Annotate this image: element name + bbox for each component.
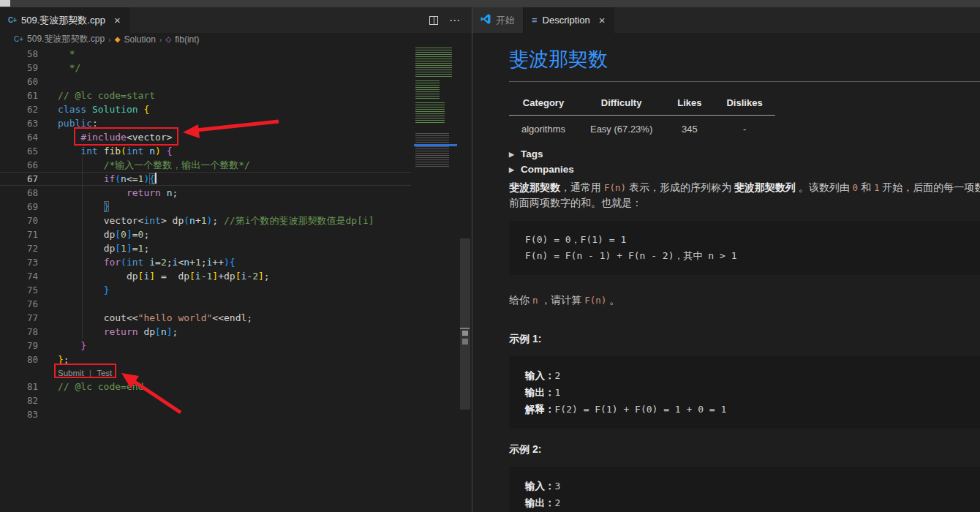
- close-icon[interactable]: ×: [599, 14, 606, 26]
- code-line-68[interactable]: 68 return n;: [0, 186, 411, 200]
- tab-label: 开始: [496, 14, 515, 27]
- collapsible-companies[interactable]: ▶Companies: [509, 164, 980, 175]
- code-line-75[interactable]: 75 }: [0, 283, 411, 297]
- code-line-58[interactable]: 58 *: [0, 47, 411, 61]
- breadcrumb-label: 509.斐波那契数.cpp: [27, 33, 105, 45]
- examples: 示例 1:输入：2输出：1解释：F(2) = F(1) + F(0) = 1 +…: [509, 333, 980, 512]
- code-text: */: [38, 61, 80, 75]
- line-number: 83: [0, 407, 38, 421]
- code-line-82[interactable]: 82: [0, 394, 411, 407]
- vscode-logo-icon: [480, 14, 491, 26]
- code-text: dp[1]=1;: [38, 241, 149, 255]
- code-line-78[interactable]: 78 return dp[n];: [0, 325, 411, 339]
- code-text: return dp[n];: [38, 325, 178, 339]
- editor-scrollbar[interactable]: [460, 45, 470, 512]
- code-text: return n;: [38, 186, 178, 200]
- chevron-right-icon: ▶: [509, 166, 514, 173]
- example-row: 输入：2: [525, 367, 980, 384]
- overview-ruler-mark: [462, 331, 468, 336]
- cpp-file-icon: C+: [8, 16, 16, 24]
- stats-header-cell: Likes: [665, 92, 714, 116]
- example-row: 输出：2: [525, 494, 980, 511]
- code-line-67[interactable]: 67 if(n<=1){: [0, 172, 411, 186]
- code-line-69[interactable]: 69 }: [0, 200, 411, 214]
- code-line-71[interactable]: 71 dp[0]=0;: [0, 227, 411, 241]
- breadcrumb-item-0[interactable]: C+509.斐波那契数.cpp: [14, 33, 105, 45]
- line-number: 73: [0, 255, 38, 269]
- formula-code-block: F(0) = 0，F(1) = 1 F(n) = F(n - 1) + F(n …: [509, 221, 980, 275]
- code-line-61[interactable]: 61// @lc code=start: [0, 89, 411, 102]
- editor-actions: ⋯: [429, 7, 472, 33]
- tab-description[interactable]: ≡Description×: [524, 7, 614, 33]
- line-number: 75: [0, 283, 38, 297]
- example-row-label: 输入：: [525, 481, 555, 492]
- line-number: 66: [0, 158, 38, 172]
- code-line-81[interactable]: 81// @lc code=end: [0, 380, 411, 394]
- code-text: for(int i=2;i<n+1;i++){: [38, 255, 235, 269]
- line-number: 81: [0, 380, 38, 394]
- collapsible-tags[interactable]: ▶Tags: [509, 148, 980, 159]
- close-icon[interactable]: ×: [114, 14, 121, 26]
- code-line-65[interactable]: 65 int fib(int n) {: [0, 144, 411, 158]
- line-number: 78: [0, 325, 38, 339]
- stats-header-cell: Category: [509, 92, 578, 116]
- code-text: int fib(int n) {: [38, 144, 173, 158]
- code-text: }: [38, 200, 109, 214]
- line-number: 68: [0, 186, 38, 200]
- code-line-59[interactable]: 59 */: [0, 61, 411, 75]
- symbol-method-icon: ◇: [166, 36, 172, 43]
- code-line-83[interactable]: 83: [0, 407, 411, 421]
- code-line-66[interactable]: 66 /*输入一个整数，输出一个整数*/: [0, 158, 411, 172]
- code-text: dp[i] = dp[i-1]+dp[i-2];: [38, 269, 270, 283]
- example-code-block: 输入：2输出：1解释：F(2) = F(1) + F(0) = 1 + 0 = …: [509, 356, 980, 429]
- code-editor[interactable]: 58 *59 */6061// @lc code=start62class So…: [0, 45, 472, 512]
- minimap[interactable]: [414, 45, 457, 484]
- editor-group-left: C+ 509.斐波那契数.cpp × ⋯ C+509.斐波那契数.cpp›◆So…: [0, 7, 472, 512]
- line-number: 70: [0, 214, 38, 227]
- code-line-63[interactable]: 63public:: [0, 116, 411, 130]
- window-icon: [0, 0, 10, 7]
- code-line-76[interactable]: 76: [0, 297, 411, 311]
- minimap-comment-block: [415, 102, 445, 124]
- tab-cpp-file[interactable]: C+ 509.斐波那契数.cpp ×: [0, 7, 129, 33]
- text-cursor: [155, 173, 157, 184]
- code-line-74[interactable]: 74 dp[i] = dp[i-1]+dp[i-2];: [0, 269, 411, 283]
- code-line-64[interactable]: 64 #include<vector>: [0, 130, 411, 144]
- example-row: 输入：3: [525, 478, 980, 494]
- line-number: 80: [0, 353, 38, 366]
- stats-header-cell: Difficulty: [578, 92, 665, 116]
- line-number: 72: [0, 241, 38, 255]
- editor-group-right: 开始≡Description× 斐波那契数 CategoryDifficulty…: [472, 7, 980, 512]
- code-line-72[interactable]: 72 dp[1]=1;: [0, 241, 411, 255]
- tab-start[interactable]: 开始: [472, 7, 524, 33]
- scrollbar-thumb[interactable]: [460, 238, 470, 410]
- example-2: 示例 2:输入：3输出：2解释：F(3) = F(2) + F(1) = 1 +…: [509, 443, 980, 512]
- code-line-60[interactable]: 60: [0, 75, 411, 89]
- stats-header-row: CategoryDifficultyLikesDislikes: [509, 92, 775, 116]
- split-editor-icon[interactable]: [429, 16, 438, 25]
- title-bar: [0, 0, 980, 7]
- code-text: [38, 407, 58, 421]
- example-row-label: 解释：: [525, 404, 555, 415]
- code-text: *: [38, 47, 75, 61]
- code-line-77[interactable]: 77 cout<<"hello world"<<endl;: [0, 311, 411, 325]
- line-number: 63: [0, 116, 38, 130]
- code-line-62[interactable]: 62class Solution {: [0, 102, 411, 116]
- breadcrumb-item-2[interactable]: ◇fib(int): [166, 34, 200, 45]
- code-line-79[interactable]: 79 }: [0, 339, 411, 353]
- code-text: cout<<"hello world"<<endl;: [38, 311, 252, 325]
- line-number: 59: [0, 61, 38, 75]
- line-number: 64: [0, 130, 38, 144]
- code-text: }: [38, 283, 109, 297]
- collapsible-label: Tags: [521, 148, 543, 159]
- code-text: // @lc code=start: [38, 89, 155, 102]
- breadcrumb-item-1[interactable]: ◆Solution: [115, 34, 156, 45]
- problem-title: 斐波那契数: [509, 46, 980, 72]
- example-row-value: 1: [555, 387, 561, 398]
- code-line-73[interactable]: 73 for(int i=2;i<n+1;i++){: [0, 255, 411, 269]
- code-line-70[interactable]: 70 vector<int> dp(n+1); //第i个数的斐波那契数值是dp…: [0, 214, 411, 227]
- breadcrumb: C+509.斐波那契数.cpp›◆Solution›◇fib(int): [0, 33, 472, 45]
- annotation-box-codelens: [54, 364, 116, 378]
- more-actions-icon[interactable]: ⋯: [449, 17, 461, 24]
- breadcrumb-separator: ›: [108, 35, 111, 44]
